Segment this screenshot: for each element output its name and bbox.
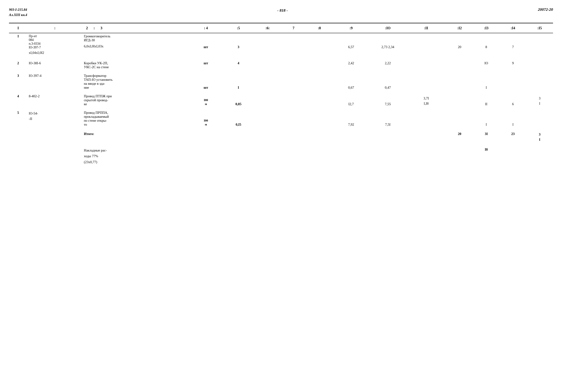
row-c15-3 xyxy=(526,70,553,91)
itogo-c8 xyxy=(306,128,333,143)
row-col6-1 xyxy=(254,33,281,44)
itogo-empty-1 xyxy=(9,128,27,143)
col-sep-1: : xyxy=(27,23,82,33)
row-c11-1 xyxy=(406,44,446,50)
row-c7-1 xyxy=(281,44,306,50)
row-c15-4: 3I xyxy=(526,91,553,107)
col-sep-3: : 4 xyxy=(189,23,223,33)
overhead-empty-1 xyxy=(9,143,27,166)
row-desc-1c: хI,04хI,0I2 xyxy=(27,50,189,58)
itogo-c14: 23 xyxy=(500,128,526,143)
row-num-5: 5 xyxy=(9,107,27,128)
overhead-c13: I8 xyxy=(473,143,500,166)
row-c15-1 xyxy=(526,44,553,50)
itogo-c6 xyxy=(254,128,281,143)
main-table-container: I : 2 : 3 : 4 :5 :6: 7 :8 :9 :IO :II :I2… xyxy=(9,23,553,166)
main-table: I : 2 : 3 : 4 :5 :6: 7 :8 :9 :IO :II :I2… xyxy=(9,23,553,166)
table-row: 4 8-402-2 Провод ПТПЖ прискрытой провод-… xyxy=(9,91,553,107)
row-c8-4 xyxy=(306,91,333,107)
itogo-c12: 20 xyxy=(446,128,473,143)
row-col13-1 xyxy=(473,33,500,44)
row-c10-1: 2,73 2,34 xyxy=(370,44,406,50)
overhead-c5 xyxy=(223,143,254,166)
row-c10-5: 7,5I xyxy=(370,107,406,128)
overhead-c11 xyxy=(406,143,446,166)
row-qty-4: 0,85 xyxy=(223,91,254,107)
row-c13-3: I xyxy=(473,70,500,91)
row-c12-1: 20 xyxy=(446,44,473,50)
row-qty-3: I xyxy=(223,70,254,91)
row-c14-1: 7 xyxy=(500,44,526,50)
row-code-2: IO-38I-6 xyxy=(27,58,82,70)
row-c12-4 xyxy=(446,91,473,107)
row-c11-4: 3,7II,I8 xyxy=(406,91,446,107)
overhead-c7 xyxy=(281,143,306,166)
row-c13-4: II xyxy=(473,91,500,107)
column-header-row: I : 2 : 3 : 4 :5 :6: 7 :8 :9 :IO :II :I2… xyxy=(9,23,553,33)
col-header-7: 7 xyxy=(281,23,306,33)
row-c8-1 xyxy=(306,44,333,50)
itogo-c4 xyxy=(189,128,223,143)
itogo-empty-2 xyxy=(27,128,82,143)
row-c12-3 xyxy=(446,70,473,91)
row-code-5: IO-54--II xyxy=(27,107,82,128)
col-header-9: :9 xyxy=(333,23,369,33)
row-c11-5 xyxy=(406,107,446,128)
row-col14-1 xyxy=(500,33,526,44)
row-col7-1 xyxy=(281,33,306,44)
table-row: 3 IO-397-4 ТрансформаторТАП-IO установит… xyxy=(9,70,553,91)
row-c13-2: IO xyxy=(473,58,500,70)
row-unit-4: I00м xyxy=(189,91,223,107)
overhead-label: Накладные рас-ходы 77%(23х0,77) xyxy=(82,143,189,166)
row-c12-2 xyxy=(446,58,473,70)
table-row: 5 IO-54--II Провод ПРППА,прокладываемыйп… xyxy=(9,107,553,128)
row-qty-2: 4 xyxy=(223,58,254,70)
row-col11-1 xyxy=(406,33,446,44)
row-c8-3 xyxy=(306,70,333,91)
row-c11-2 xyxy=(406,58,446,70)
row-qty-1: 3 xyxy=(223,44,254,50)
col-header-8: :8 xyxy=(306,23,333,33)
doc-number: 903-I-215.84 xyxy=(9,7,27,12)
overhead-c6 xyxy=(254,143,281,166)
doc-series: Ал.XIII кн.4 xyxy=(9,12,27,18)
itogo-c11 xyxy=(406,128,446,143)
itogo-c5 xyxy=(223,128,254,143)
row-code-3: IO-397-4 xyxy=(27,70,82,91)
itogo-label: Итого: xyxy=(82,128,189,143)
row-col12-1 xyxy=(446,33,473,44)
overhead-empty-2 xyxy=(27,143,82,166)
row-c9-3: 0,67 xyxy=(333,70,369,91)
row-c13-1: 8 xyxy=(473,44,500,50)
itogo-c9 xyxy=(333,128,369,143)
col-header-12: :I2 xyxy=(446,23,473,33)
row-c15-5 xyxy=(526,107,553,128)
overhead-c14 xyxy=(500,143,526,166)
row-c11-3 xyxy=(406,70,446,91)
itogo-c7 xyxy=(281,128,306,143)
row-c13-5: I xyxy=(473,107,500,128)
row-c14-2: 9 xyxy=(500,58,526,70)
row-code-4: 8-402-2 xyxy=(27,91,82,107)
row-col9-1 xyxy=(333,33,369,44)
row-num-4: 4 xyxy=(9,91,27,107)
row-unit-1: шт xyxy=(189,44,223,50)
col-header-10: :IO xyxy=(370,23,406,33)
col-header-15: :I5 xyxy=(526,23,553,33)
row-code-1: Пр-нт084п.3-0334IO-397-7 xyxy=(27,33,82,50)
header-left: 903-I-215.84 Ал.XIII кн.4 xyxy=(9,7,27,17)
row-unit-2: шт xyxy=(189,58,223,70)
row-col15-1 xyxy=(526,33,553,44)
row-desc-4: Провод ПТПЖ прискрытой провод-ке xyxy=(82,91,189,107)
row-c15-2 xyxy=(526,58,553,70)
row-c6-4 xyxy=(254,91,281,107)
row-c7-4 xyxy=(281,91,306,107)
itogo-row: Итого: 20 3I 23 3I xyxy=(9,128,553,143)
header-right: 20072-20 xyxy=(538,7,553,12)
row-col8-1 xyxy=(306,33,333,44)
row-c10-2: 2,22 xyxy=(370,58,406,70)
page-header: 903-I-215.84 Ал.XIII кн.4 - 818 - 20072-… xyxy=(9,7,553,17)
col-header-13: :I3 xyxy=(473,23,500,33)
row-desc-1b: 6,0хI,0IхI,03х xyxy=(82,44,189,50)
row-c6-3 xyxy=(254,70,281,91)
